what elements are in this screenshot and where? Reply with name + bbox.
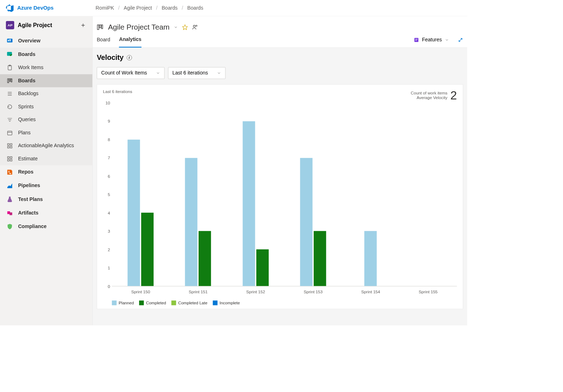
- svg-rect-20: [10, 146, 12, 148]
- sidebar-item-compliance[interactable]: Compliance: [0, 220, 92, 233]
- breadcrumb-sep: /: [156, 5, 158, 11]
- y-tick: 1: [108, 265, 110, 270]
- color-swatch: [172, 300, 176, 305]
- iterations-dropdown[interactable]: Last 6 iterations: [168, 67, 225, 79]
- clipboard-icon: [6, 65, 14, 71]
- x-tick: Sprint 153: [285, 289, 342, 294]
- test-plans-icon: [6, 196, 14, 202]
- breadcrumb-sep: /: [118, 5, 119, 11]
- sidebar-item-overview[interactable]: Overview: [0, 34, 92, 47]
- svg-point-26: [10, 173, 11, 174]
- team-name: Agile Project Team: [108, 23, 170, 31]
- team-members-button[interactable]: [192, 24, 198, 30]
- azure-devops-icon: [6, 4, 14, 12]
- bar-completed[interactable]: [314, 231, 326, 286]
- grid-icon: [6, 156, 14, 162]
- sidebar-item-estimate[interactable]: Estimate: [0, 152, 92, 165]
- breadcrumb-item[interactable]: Agile Project: [124, 5, 152, 11]
- sidebar-item-artifacts[interactable]: Artifacts: [0, 206, 92, 220]
- bar-planned[interactable]: [300, 158, 313, 286]
- query-icon: [6, 117, 14, 123]
- info-icon[interactable]: i: [127, 55, 132, 60]
- kpi-value: 2: [450, 89, 457, 101]
- sidebar-item-label: Boards: [18, 51, 36, 57]
- metric-dropdown[interactable]: Count of Work Items: [97, 67, 164, 79]
- sidebar-item-label: Boards: [18, 78, 36, 84]
- svg-rect-21: [7, 156, 9, 158]
- chevron-down-icon: [156, 71, 160, 75]
- svg-rect-15: [7, 131, 12, 135]
- chart-legend: Planned Completed Completed Late Incompl…: [112, 300, 457, 305]
- sidebar-item-boards[interactable]: Boards: [0, 48, 92, 61]
- svg-rect-22: [10, 156, 12, 158]
- sidebar-item-label: Compliance: [18, 223, 47, 229]
- breadcrumb-item[interactable]: Boards: [187, 5, 203, 11]
- project-badge: AP: [6, 21, 14, 29]
- sidebar-item-actionable-agile[interactable]: ActionableAgile Analytics: [0, 139, 92, 153]
- sidebar-item-queries[interactable]: Queries: [0, 113, 92, 127]
- shield-icon: [6, 223, 14, 230]
- bar-planned[interactable]: [242, 121, 255, 286]
- y-tick: 6: [108, 174, 110, 179]
- favorite-button[interactable]: [182, 24, 188, 30]
- chevron-down-icon: [445, 38, 449, 42]
- y-tick: 10: [106, 100, 110, 105]
- sidebar-item-label: Pipelines: [18, 183, 40, 189]
- artifacts-icon: [6, 210, 14, 216]
- sidebar-item-work-items[interactable]: Work Items: [0, 61, 92, 74]
- breadcrumb-item[interactable]: Boards: [162, 5, 178, 11]
- legend-completed: Completed: [139, 300, 166, 305]
- legend-label: Completed: [146, 300, 166, 305]
- sidebar-item-backlogs[interactable]: Backlogs: [0, 87, 92, 100]
- sidebar-item-sprints[interactable]: Sprints: [0, 100, 92, 113]
- chevron-down-icon[interactable]: [174, 25, 178, 29]
- svg-rect-6: [7, 79, 9, 83]
- x-tick: Sprint 152: [227, 289, 284, 294]
- svg-rect-2: [10, 39, 11, 41]
- tab-analytics[interactable]: Analytics: [119, 37, 142, 48]
- sidebar-item-test-plans[interactable]: Test Plans: [0, 192, 92, 206]
- breadcrumb-item[interactable]: RomiPK: [96, 5, 114, 11]
- overview-icon: [6, 37, 14, 44]
- sidebar-item-label: Plans: [18, 130, 31, 136]
- project-switcher[interactable]: AP Agile Project ＋: [0, 16, 92, 34]
- chart-subtitle: Last 6 iterations: [103, 89, 132, 94]
- bar-completed[interactable]: [199, 231, 211, 286]
- tab-board[interactable]: Board: [97, 37, 110, 47]
- svg-rect-1: [8, 40, 9, 41]
- bar-group: [399, 103, 457, 286]
- bar-planned[interactable]: [185, 158, 198, 286]
- chart-plot-area: 012345678910: [103, 103, 457, 287]
- product-logo-area[interactable]: Azure DevOps: [0, 4, 93, 12]
- sidebar-item-pipelines[interactable]: Pipelines: [0, 179, 92, 192]
- y-tick: 9: [108, 119, 110, 124]
- svg-point-25: [9, 171, 10, 172]
- sidebar-item-label: Repos: [18, 169, 34, 175]
- bar-planned[interactable]: [364, 231, 377, 286]
- sidebar-item-repos[interactable]: Repos: [0, 165, 92, 179]
- add-button[interactable]: ＋: [80, 21, 86, 30]
- boards-icon: [6, 51, 14, 58]
- svg-point-34: [196, 25, 197, 26]
- y-tick: 0: [108, 284, 110, 289]
- legend-label: Planned: [119, 300, 134, 305]
- project-name: Agile Project: [18, 22, 52, 28]
- sidebar-item-boards-sub[interactable]: Boards: [0, 74, 92, 87]
- features-dropdown[interactable]: Features: [414, 37, 449, 47]
- bar-completed[interactable]: [256, 249, 269, 286]
- sidebar-item-label: Queries: [18, 117, 36, 123]
- tab-row: Board Analytics Features: [93, 31, 467, 48]
- features-label: Features: [422, 37, 442, 43]
- svg-rect-24: [10, 159, 12, 161]
- chevron-down-icon: [217, 71, 221, 75]
- svg-rect-18: [10, 144, 12, 145]
- legend-label: Completed Late: [178, 300, 208, 305]
- breadcrumb: RomiPK / Agile Project / Boards / Boards: [93, 5, 203, 11]
- fullscreen-button[interactable]: [458, 37, 463, 47]
- bar-group: [169, 103, 227, 286]
- product-name: Azure DevOps: [17, 5, 53, 11]
- bar-planned[interactable]: [128, 140, 140, 286]
- bar-completed[interactable]: [141, 213, 154, 286]
- team-header: Agile Project Team: [93, 16, 467, 31]
- sidebar-item-plans[interactable]: Plans: [0, 126, 92, 139]
